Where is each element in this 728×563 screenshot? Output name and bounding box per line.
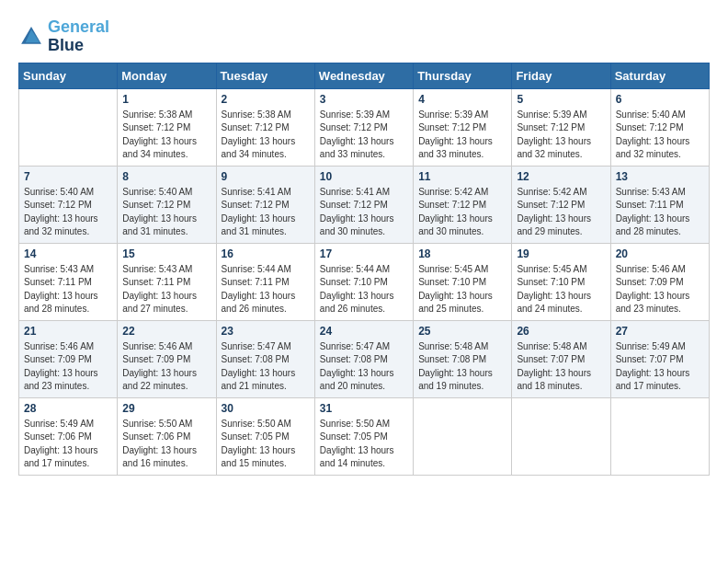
calendar-cell: [414, 397, 512, 475]
calendar-cell: 22Sunrise: 5:46 AMSunset: 7:09 PMDayligh…: [118, 320, 216, 397]
calendar-cell: 17Sunrise: 5:44 AMSunset: 7:10 PMDayligh…: [314, 243, 413, 320]
day-info: Sunrise: 5:39 AMSunset: 7:12 PMDaylight:…: [418, 109, 506, 162]
day-number: 24: [320, 325, 408, 338]
calendar-header-row: SundayMondayTuesdayWednesdayThursdayFrid…: [19, 63, 710, 88]
day-info: Sunrise: 5:42 AMSunset: 7:12 PMDaylight:…: [517, 186, 605, 239]
day-info: Sunrise: 5:40 AMSunset: 7:12 PMDaylight:…: [616, 109, 704, 162]
day-number: 23: [222, 325, 310, 338]
day-number: 17: [320, 247, 408, 260]
calendar-cell: 5Sunrise: 5:39 AMSunset: 7:12 PMDaylight…: [512, 88, 610, 166]
day-info: Sunrise: 5:44 AMSunset: 7:10 PMDaylight:…: [320, 263, 408, 316]
day-info: Sunrise: 5:41 AMSunset: 7:12 PMDaylight:…: [222, 186, 310, 239]
day-info: Sunrise: 5:45 AMSunset: 7:10 PMDaylight:…: [517, 263, 605, 316]
calendar-cell: 23Sunrise: 5:47 AMSunset: 7:08 PMDayligh…: [216, 320, 314, 397]
day-info: Sunrise: 5:40 AMSunset: 7:12 PMDaylight:…: [24, 186, 112, 239]
day-number: 13: [616, 170, 704, 183]
day-info: Sunrise: 5:46 AMSunset: 7:09 PMDaylight:…: [616, 263, 704, 316]
day-info: Sunrise: 5:50 AMSunset: 7:06 PMDaylight:…: [122, 418, 210, 471]
day-info: Sunrise: 5:43 AMSunset: 7:11 PMDaylight:…: [24, 263, 112, 316]
day-info: Sunrise: 5:45 AMSunset: 7:10 PMDaylight:…: [418, 263, 506, 316]
day-info: Sunrise: 5:41 AMSunset: 7:12 PMDaylight:…: [320, 186, 408, 239]
calendar-cell: 9Sunrise: 5:41 AMSunset: 7:12 PMDaylight…: [216, 166, 314, 243]
calendar-week-row: 14Sunrise: 5:43 AMSunset: 7:11 PMDayligh…: [19, 243, 710, 320]
calendar-cell: 7Sunrise: 5:40 AMSunset: 7:12 PMDaylight…: [19, 166, 118, 243]
calendar-cell: 28Sunrise: 5:49 AMSunset: 7:06 PMDayligh…: [19, 397, 118, 475]
calendar-header-tuesday: Tuesday: [216, 63, 314, 88]
calendar-cell: 18Sunrise: 5:45 AMSunset: 7:10 PMDayligh…: [414, 243, 512, 320]
calendar-cell: 29Sunrise: 5:50 AMSunset: 7:06 PMDayligh…: [118, 397, 216, 475]
day-info: Sunrise: 5:49 AMSunset: 7:07 PMDaylight:…: [616, 340, 704, 394]
day-number: 1: [122, 93, 210, 106]
calendar-cell: 4Sunrise: 5:39 AMSunset: 7:12 PMDaylight…: [414, 88, 512, 166]
day-number: 19: [517, 247, 605, 260]
logo-icon: [18, 24, 44, 50]
day-number: 15: [122, 247, 210, 260]
day-number: 20: [616, 247, 704, 260]
calendar-header-thursday: Thursday: [414, 63, 512, 88]
day-info: Sunrise: 5:39 AMSunset: 7:12 PMDaylight:…: [320, 109, 408, 162]
calendar-cell: 27Sunrise: 5:49 AMSunset: 7:07 PMDayligh…: [610, 320, 709, 397]
day-info: Sunrise: 5:47 AMSunset: 7:08 PMDaylight:…: [222, 340, 310, 394]
calendar-week-row: 1Sunrise: 5:38 AMSunset: 7:12 PMDaylight…: [19, 88, 710, 166]
calendar-header-monday: Monday: [118, 63, 216, 88]
day-number: 16: [222, 247, 310, 260]
day-number: 29: [122, 402, 210, 415]
day-number: 4: [418, 93, 506, 106]
day-number: 9: [222, 170, 310, 183]
day-info: Sunrise: 5:50 AMSunset: 7:05 PMDaylight:…: [320, 418, 408, 471]
calendar-cell: [610, 397, 709, 475]
day-number: 26: [517, 325, 605, 338]
calendar-cell: 3Sunrise: 5:39 AMSunset: 7:12 PMDaylight…: [314, 88, 413, 166]
calendar-week-row: 21Sunrise: 5:46 AMSunset: 7:09 PMDayligh…: [19, 320, 710, 397]
calendar-cell: 25Sunrise: 5:48 AMSunset: 7:08 PMDayligh…: [414, 320, 512, 397]
day-info: Sunrise: 5:38 AMSunset: 7:12 PMDaylight:…: [122, 109, 210, 162]
calendar-cell: 16Sunrise: 5:44 AMSunset: 7:11 PMDayligh…: [216, 243, 314, 320]
day-info: Sunrise: 5:43 AMSunset: 7:11 PMDaylight:…: [616, 186, 704, 239]
calendar-header-sunday: Sunday: [19, 63, 118, 88]
day-number: 31: [320, 402, 408, 415]
calendar-header-friday: Friday: [512, 63, 610, 88]
calendar-cell: 10Sunrise: 5:41 AMSunset: 7:12 PMDayligh…: [314, 166, 413, 243]
calendar-header-wednesday: Wednesday: [314, 63, 413, 88]
day-info: Sunrise: 5:50 AMSunset: 7:05 PMDaylight:…: [222, 418, 310, 471]
calendar-cell: 26Sunrise: 5:48 AMSunset: 7:07 PMDayligh…: [512, 320, 610, 397]
calendar-cell: [512, 397, 610, 475]
calendar-cell: 12Sunrise: 5:42 AMSunset: 7:12 PMDayligh…: [512, 166, 610, 243]
day-number: 12: [517, 170, 605, 183]
calendar-cell: 30Sunrise: 5:50 AMSunset: 7:05 PMDayligh…: [216, 397, 314, 475]
day-number: 11: [418, 170, 506, 183]
calendar-cell: 2Sunrise: 5:38 AMSunset: 7:12 PMDaylight…: [216, 88, 314, 166]
day-number: 22: [122, 325, 210, 338]
day-info: Sunrise: 5:49 AMSunset: 7:06 PMDaylight:…: [24, 418, 112, 471]
day-number: 28: [24, 402, 112, 415]
calendar-cell: 15Sunrise: 5:43 AMSunset: 7:11 PMDayligh…: [118, 243, 216, 320]
day-info: Sunrise: 5:39 AMSunset: 7:12 PMDaylight:…: [517, 109, 605, 162]
calendar-cell: [19, 88, 118, 166]
calendar-cell: 6Sunrise: 5:40 AMSunset: 7:12 PMDaylight…: [610, 88, 709, 166]
day-number: 18: [418, 247, 506, 260]
day-number: 6: [616, 93, 704, 106]
day-info: Sunrise: 5:43 AMSunset: 7:11 PMDaylight:…: [122, 263, 210, 316]
day-info: Sunrise: 5:47 AMSunset: 7:08 PMDaylight:…: [320, 340, 408, 394]
day-number: 21: [24, 325, 112, 338]
day-number: 8: [122, 170, 210, 183]
calendar-cell: 21Sunrise: 5:46 AMSunset: 7:09 PMDayligh…: [19, 320, 118, 397]
day-number: 3: [320, 93, 408, 106]
calendar-header-saturday: Saturday: [610, 63, 709, 88]
calendar-cell: 8Sunrise: 5:40 AMSunset: 7:12 PMDaylight…: [118, 166, 216, 243]
day-info: Sunrise: 5:48 AMSunset: 7:07 PMDaylight:…: [517, 340, 605, 394]
day-info: Sunrise: 5:42 AMSunset: 7:12 PMDaylight:…: [418, 186, 506, 239]
day-number: 10: [320, 170, 408, 183]
calendar-cell: 1Sunrise: 5:38 AMSunset: 7:12 PMDaylight…: [118, 88, 216, 166]
day-info: Sunrise: 5:44 AMSunset: 7:11 PMDaylight:…: [222, 263, 310, 316]
day-info: Sunrise: 5:46 AMSunset: 7:09 PMDaylight:…: [122, 340, 210, 394]
day-number: 7: [24, 170, 112, 183]
day-number: 30: [222, 402, 310, 415]
day-number: 2: [222, 93, 310, 106]
calendar-table: SundayMondayTuesdayWednesdayThursdayFrid…: [18, 63, 710, 476]
day-number: 5: [517, 93, 605, 106]
day-number: 25: [418, 325, 506, 338]
calendar-cell: 31Sunrise: 5:50 AMSunset: 7:05 PMDayligh…: [314, 397, 413, 475]
day-number: 14: [24, 247, 112, 260]
day-info: Sunrise: 5:48 AMSunset: 7:08 PMDaylight:…: [418, 340, 506, 394]
